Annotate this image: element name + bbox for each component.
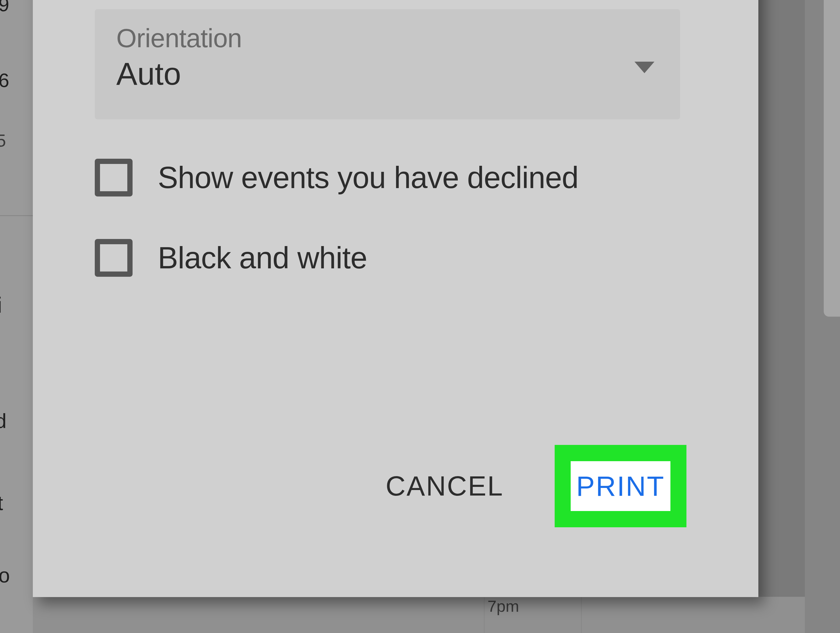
print-button-highlight: PRINT bbox=[555, 445, 687, 527]
sidebar-text-fragment: fri bbox=[0, 293, 2, 318]
cancel-button[interactable]: CANCEL bbox=[384, 464, 506, 508]
scrollbar-track bbox=[805, 0, 840, 633]
sidebar-text-fragment: nd bbox=[0, 409, 6, 433]
checkbox-bw-label: Black and white bbox=[158, 240, 367, 276]
sidebar-text-fragment: Co bbox=[0, 564, 10, 587]
orientation-label: Orientation bbox=[116, 25, 659, 51]
calendar-cell bbox=[33, 597, 484, 633]
scrollbar-thumb[interactable] bbox=[824, 0, 840, 316]
dialog-actions: CANCEL PRINT bbox=[384, 445, 687, 527]
print-dialog: Orientation Auto Show events you have de… bbox=[33, 0, 758, 597]
checkbox-declined-label: Show events you have declined bbox=[158, 160, 579, 195]
calendar-row-fragment: 7pm bbox=[33, 597, 805, 633]
chevron-down-icon bbox=[635, 61, 654, 73]
divider bbox=[0, 215, 33, 216]
sidebar-fragment: 9 6 5 fri nd St Co bbox=[0, 0, 33, 633]
calendar-time-label: 7pm bbox=[484, 597, 581, 633]
mini-cal-day: 6 bbox=[0, 69, 31, 91]
checkbox-bw-row[interactable]: Black and white bbox=[95, 239, 716, 277]
print-button[interactable]: PRINT bbox=[571, 461, 670, 511]
sidebar-text-fragment: St bbox=[0, 491, 3, 515]
mini-cal-day: 5 bbox=[0, 131, 29, 151]
checkbox-declined[interactable] bbox=[95, 159, 133, 197]
calendar-cell bbox=[581, 597, 805, 633]
mini-cal-day: 9 bbox=[0, 0, 31, 16]
checkbox-bw[interactable] bbox=[95, 239, 133, 277]
checkbox-declined-row[interactable]: Show events you have declined bbox=[95, 159, 716, 197]
orientation-value: Auto bbox=[116, 58, 659, 90]
orientation-select[interactable]: Orientation Auto bbox=[95, 9, 680, 120]
